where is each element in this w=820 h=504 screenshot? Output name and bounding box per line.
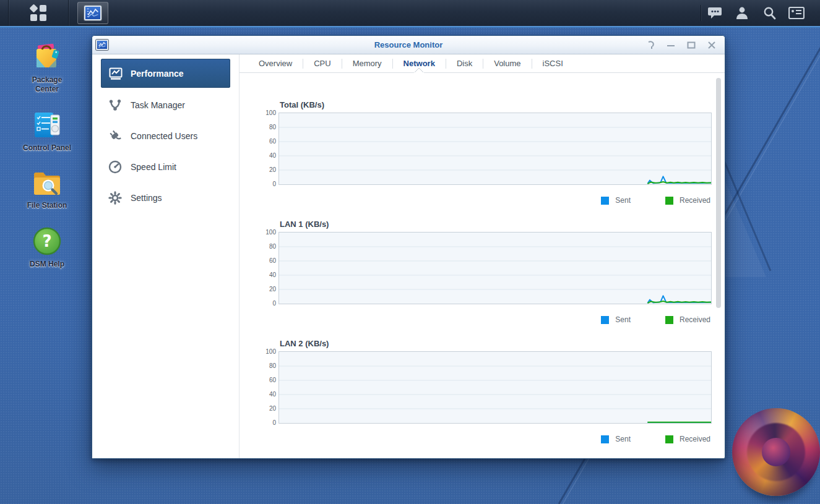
desktop-icon-label: File Station [27, 201, 67, 210]
chart-plot-area: 020406080100 [278, 351, 712, 424]
main-content: Overview CPU Memory Network Disk Volume … [240, 54, 725, 458]
chart-legend: SentReceived [278, 195, 712, 205]
connected-users-icon [108, 129, 122, 143]
taskbar [0, 0, 820, 26]
sidebar-item-label: Task Manager [131, 100, 185, 110]
settings-gear-icon [108, 191, 122, 205]
user-icon [735, 6, 749, 20]
y-tick-label: 60 [257, 377, 276, 383]
legend-label: Received [680, 196, 710, 205]
y-tick-label: 100 [257, 348, 276, 355]
y-tick-label: 0 [257, 419, 276, 426]
vertical-scrollbar-thumb[interactable] [716, 78, 721, 308]
task-manager-icon [108, 98, 122, 112]
legend-swatch [665, 197, 673, 205]
svg-text:?: ? [42, 232, 51, 250]
package-center-icon [32, 41, 63, 72]
sidebar: Performance Task Manager [92, 54, 240, 458]
search-icon [762, 6, 776, 20]
chart-canvas [279, 113, 711, 184]
window-controls [645, 36, 717, 54]
y-tick-label: 40 [257, 391, 276, 398]
close-button[interactable] [706, 40, 717, 51]
tab-cpu[interactable]: CPU [303, 59, 341, 69]
desktop-icon-control-panel[interactable]: Control Panel [18, 110, 76, 153]
desktop-icons: Package Center Control Panel [18, 41, 76, 269]
search-button[interactable] [756, 0, 783, 26]
dsm-help-icon: ? [32, 226, 62, 256]
y-tick-label: 20 [257, 166, 276, 173]
chart-title: LAN 1 (KB/s) [280, 220, 712, 231]
user-menu-button[interactable] [728, 0, 756, 26]
network-chart: LAN 2 (KB/s) 020406080100 SentReceived [278, 339, 712, 444]
chart-plot-area: 020406080100 [278, 232, 712, 304]
sidebar-item-label: Settings [131, 193, 162, 203]
legend-item: Received [665, 196, 710, 205]
resource-monitor-window: Resource Monitor [92, 35, 725, 459]
tab-volume[interactable]: Volume [483, 59, 531, 69]
chart-title: Total (KB/s) [280, 100, 712, 111]
taskbar-right-group [701, 0, 820, 26]
sidebar-item-speed-limit[interactable]: Speed Limit [92, 152, 239, 182]
chart-legend: SentReceived [278, 434, 712, 444]
sidebar-item-performance[interactable]: Performance [101, 59, 230, 88]
widgets-icon [788, 7, 805, 19]
active-tab-caret [414, 68, 424, 73]
resource-monitor-icon [84, 6, 101, 20]
legend-item: Received [665, 315, 710, 324]
taskbar-divider [68, 0, 69, 26]
sidebar-item-task-manager[interactable]: Task Manager [92, 90, 239, 121]
y-tick-label: 80 [257, 362, 276, 369]
main-menu-icon [30, 5, 46, 21]
legend-swatch [601, 435, 609, 443]
notifications-button[interactable] [701, 0, 728, 26]
tab-iscsi[interactable]: iSCSI [532, 59, 574, 69]
sidebar-item-connected-users[interactable]: Connected Users [92, 121, 239, 152]
minimize-button[interactable] [665, 40, 676, 51]
close-icon [707, 41, 716, 49]
maximize-button[interactable] [686, 40, 697, 51]
legend-item: Sent [601, 435, 631, 443]
desktop-icon-package-center[interactable]: Package Center [18, 41, 76, 94]
y-tick-label: 40 [257, 271, 276, 278]
tab-disk[interactable]: Disk [446, 59, 483, 69]
legend-label: Received [680, 315, 710, 324]
desktop-icon-label: Control Panel [23, 143, 71, 153]
chart-canvas [279, 352, 711, 423]
chat-bubble-icon [707, 6, 722, 20]
taskbar-resource-monitor-button[interactable] [77, 2, 108, 24]
legend-item: Sent [601, 196, 631, 205]
legend-item: Received [665, 435, 710, 443]
legend-swatch [665, 435, 673, 443]
legend-swatch [665, 316, 673, 324]
swirl-logo-watermark [732, 408, 820, 496]
speed-limit-icon [108, 160, 122, 174]
desktop-icon-file-station[interactable]: File Station [18, 169, 76, 210]
tab-overview[interactable]: Overview [248, 59, 303, 69]
sidebar-item-label: Speed Limit [131, 162, 176, 172]
charts-scroll-area[interactable]: Total (KB/s) 020406080100 SentReceived L… [240, 73, 725, 458]
chart-canvas [279, 233, 711, 304]
window-titlebar[interactable]: Resource Monitor [92, 36, 725, 54]
pin-button[interactable] [645, 40, 656, 51]
y-tick-label: 20 [257, 286, 276, 293]
control-panel-icon [32, 110, 63, 140]
desktop-icon-dsm-help[interactable]: ? DSM Help [18, 226, 76, 269]
legend-label: Received [680, 435, 710, 443]
chart-title: LAN 2 (KB/s) [280, 339, 712, 350]
maximize-icon [687, 41, 696, 49]
tab-network[interactable]: Network [392, 59, 446, 69]
desktop-icon-label: Package Center [19, 75, 75, 94]
sidebar-item-settings[interactable]: Settings [92, 182, 239, 213]
widgets-button[interactable] [783, 0, 810, 26]
legend-label: Sent [615, 315, 631, 324]
main-menu-button[interactable] [9, 0, 68, 26]
chart-plot-area: 020406080100 [278, 113, 712, 185]
legend-label: Sent [615, 196, 631, 205]
y-tick-label: 80 [257, 243, 276, 250]
desktop: Package Center Control Panel [0, 0, 820, 504]
window-title: Resource Monitor [92, 40, 725, 49]
y-tick-label: 100 [257, 229, 276, 236]
performance-icon [108, 66, 123, 81]
tab-memory[interactable]: Memory [342, 59, 392, 69]
